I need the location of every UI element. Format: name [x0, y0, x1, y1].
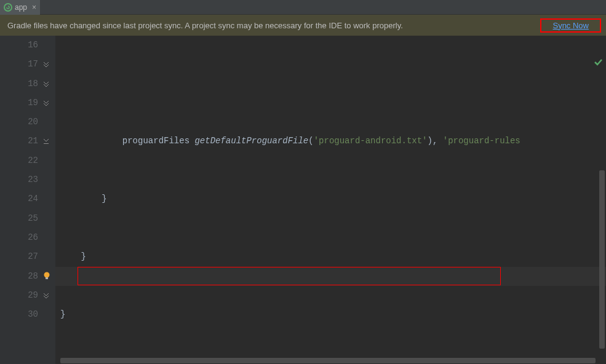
scrollbar-thumb[interactable] [60, 358, 596, 363]
fold-column [42, 36, 55, 364]
line-number: 28 [0, 267, 38, 286]
fold-marker-icon[interactable] [43, 138, 50, 146]
line-number: 21 [0, 132, 38, 151]
line-number: 27 [0, 247, 38, 266]
svg-point-2 [44, 272, 50, 278]
line-number: 18 [0, 74, 38, 93]
current-line-highlight [55, 267, 606, 286]
line-number: 24 [0, 189, 38, 208]
scrollbar-thumb[interactable] [599, 170, 605, 349]
line-number: 26 [0, 228, 38, 247]
code-line: proguardFiles getDefaultProguardFile('pr… [55, 132, 606, 151]
line-number: 17 [0, 55, 38, 74]
line-number: 25 [0, 209, 38, 228]
line-number: 19 [0, 93, 38, 113]
code-line: } [55, 247, 606, 266]
analysis-ok-icon [563, 36, 602, 93]
fold-marker-icon[interactable] [43, 100, 50, 108]
banner-message: Gradle files have changed since last pro… [7, 21, 403, 30]
line-number-gutter: 16 17 18 19 20 21 22 23 24 25 26 27 28 2… [0, 36, 42, 364]
line-number: 23 [0, 170, 38, 189]
line-number: 20 [0, 113, 38, 132]
code-area[interactable]: proguardFiles getDefaultProguardFile('pr… [55, 36, 606, 364]
editor-tab-bar: app × [0, 0, 606, 15]
tab-label: app [15, 3, 27, 12]
line-number: 30 [0, 305, 38, 324]
fold-marker-icon[interactable] [43, 61, 50, 69]
sync-now-link[interactable]: Sync Now [552, 21, 589, 30]
code-line: } [55, 305, 606, 324]
horizontal-scrollbar[interactable] [55, 357, 599, 364]
svg-rect-1 [44, 143, 49, 144]
fold-marker-icon[interactable] [43, 293, 50, 300]
svg-rect-3 [46, 277, 48, 279]
file-tab-app[interactable]: app × [0, 0, 40, 15]
sync-banner: Gradle files have changed since last pro… [0, 15, 606, 36]
line-number: 22 [0, 151, 38, 170]
gradle-file-icon [4, 3, 12, 12]
code-line: } [55, 189, 606, 208]
code-editor[interactable]: 16 17 18 19 20 21 22 23 24 25 26 27 28 2… [0, 36, 606, 364]
line-number: 16 [0, 36, 38, 55]
svg-point-0 [4, 4, 12, 11]
line-number: 29 [0, 286, 38, 305]
close-icon[interactable]: × [32, 3, 36, 12]
fold-marker-icon[interactable] [43, 81, 50, 89]
highlight-sync-now: Sync Now [540, 18, 601, 33]
intention-bulb-icon[interactable] [42, 271, 53, 282]
